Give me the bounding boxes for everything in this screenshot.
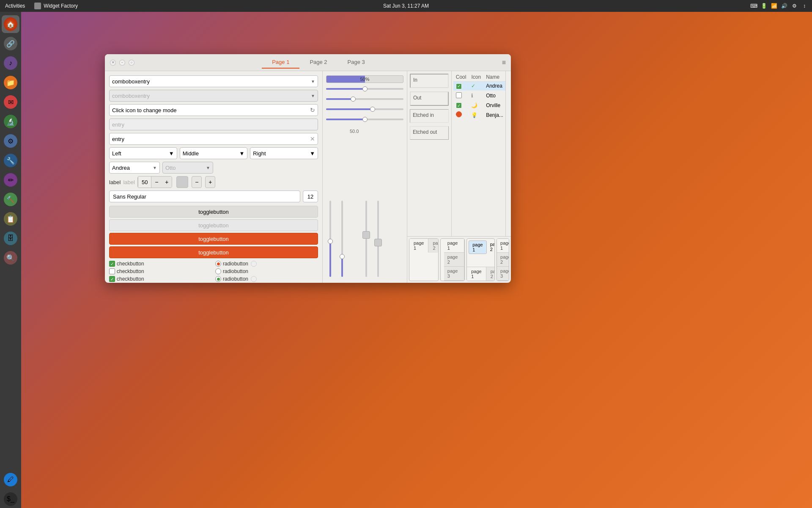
nb4-tab1[interactable]: page 1 [497,239,509,253]
sidebar-item-mail[interactable]: ✉ [2,93,19,111]
sidebar-item-search2[interactable]: 🔍 [2,249,19,267]
nb4-tab2[interactable]: page 2 [497,253,509,267]
nb1-tab2[interactable]: page 2 [428,239,438,253]
sidebar-item-vscode[interactable]: 🖊 [2,471,19,489]
sidebar-item-terminal[interactable]: $_ [2,490,19,508]
color-picker[interactable] [176,176,188,188]
combo-andrea[interactable]: Andrea ▼ [109,162,160,174]
music-icon: ♪ [4,56,17,70]
vslider1-thumb[interactable] [328,239,333,244]
entry-val: entry [112,136,124,142]
spin-btn-pos[interactable]: + [205,176,215,188]
clear-icon[interactable]: ✕ [310,135,315,142]
sidebar-item-git[interactable]: 🔧 [2,152,19,169]
entry-disabled: entry [109,119,318,130]
togglebtn3[interactable]: togglebutton [109,233,318,245]
checkbox3-item: ✓ checkbutton [109,276,212,282]
combo-andrea-arrow-icon: ▼ [153,166,157,170]
table-row[interactable]: 💡 Benja... Company [453,110,506,120]
nb2-tab2[interactable]: page 2 [444,253,464,267]
search-icon: 🔍 [4,251,17,265]
dropdown-left[interactable]: Left ▼ [109,147,177,159]
sidebar-item-pencil[interactable]: ✏ [2,171,19,189]
sidebar-item-wrench[interactable]: 🔨 [2,190,19,208]
vsliders-area: 50.0 [326,125,403,279]
togglebtn1[interactable]: togglebutton [109,206,318,218]
slider4-thumb[interactable] [362,117,368,122]
entry-with-icon[interactable]: Click icon to change mode ↻ [109,104,318,116]
tab-page1[interactable]: Page 1 [262,56,299,69]
checkbox3-label: checkbutton [117,276,144,282]
taskbar-right-icons: ⌨ 🔋 📶 🔊 ⚙ ↕ [750,3,808,9]
radio1[interactable] [215,261,221,267]
spin-btn-neg[interactable]: − [192,176,202,188]
dropdown-right[interactable]: Right ▼ [250,147,318,159]
slider1-row [326,85,403,93]
refresh-icon[interactable]: ↻ [310,107,315,113]
frame-out-label: Out [413,95,445,101]
radio2[interactable] [215,268,221,274]
font-selector[interactable]: Sans Regular [109,190,300,202]
close-button[interactable]: ✕ [110,60,116,66]
vslider2-track [341,201,343,277]
sidebar-item-dev[interactable]: 🔬 [2,113,19,130]
sidebar-item-music[interactable]: ♪ [2,54,19,72]
nb3-tab-active[interactable]: page 1 [469,240,486,254]
col-name: Name [483,73,506,82]
spin-decrease-button[interactable]: − [151,177,162,188]
combobox1[interactable]: comboboxentry ▼ [109,75,318,87]
spin-increase-button[interactable]: + [162,177,172,188]
checkbox1[interactable]: ✓ [109,261,115,267]
cell-cool3: ✓ [453,101,469,110]
table-row[interactable]: ℹ Otto chaotic [453,91,506,101]
vslider4-thumb[interactable] [374,239,382,246]
nb3-tab2[interactable]: page 2 [487,240,495,254]
tab-page3[interactable]: Page 3 [337,56,375,69]
vslider3-thumb[interactable] [362,231,370,239]
font-size-box[interactable]: 12 [303,190,318,202]
nb1-tab1[interactable]: page 1 [409,239,428,253]
sidebar-item-settings2[interactable]: ⚙ [2,132,19,150]
vslider4-wrap [374,201,382,277]
radio2-label: radiobutton [223,268,248,274]
sidebar-item-search[interactable]: 🔗 [2,35,19,52]
menu-icon[interactable]: ≡ [496,59,506,66]
cell-name1: Andrea [483,82,506,91]
slider1-thumb[interactable] [362,86,368,91]
checkbox3[interactable]: ✓ [109,276,115,282]
middle-panel: 50% [323,71,407,283]
table-row[interactable]: ✓ ✓ Andrea Cimi [453,82,506,91]
entry-with-clear[interactable]: entry ✕ [109,133,318,145]
radio3[interactable] [215,276,221,282]
nb3-bottom-tab2[interactable]: page 2 [486,267,495,281]
frame-etched-out: Etched out [410,126,449,140]
network-icon: 📶 [771,3,777,9]
slider3-thumb[interactable] [370,107,375,112]
checkbox1-item: ✓ checkbutton [109,261,212,267]
sidebar-item-db[interactable]: 🗄 [2,229,19,247]
sidebar-item-home[interactable]: 🏠 [2,15,19,33]
cell-cool1: ✓ [453,82,469,91]
progress-text1: 50% [360,77,369,82]
lorem-text: Lorem ipsum dolor sit amet, consectetur … [508,74,511,236]
notebook2: page 1 page 2 page 3 [440,238,465,281]
home-icon: 🏠 [4,17,17,31]
nb3-bottom-tab1[interactable]: page 1 [467,267,486,281]
combo-otto-val: Otto [165,165,176,171]
dropdown-middle[interactable]: Middle ▼ [180,147,248,159]
minimize-button[interactable]: − [119,60,125,66]
combobox2-arrow-icon: ▼ [311,94,315,98]
togglebtn4[interactable]: togglebutton [109,246,318,258]
sidebar-item-files[interactable]: 📁 [2,74,19,91]
nb2-tab1[interactable]: page 1 [444,239,464,253]
activities-label[interactable]: Activities [0,3,30,9]
sidebar-item-list[interactable]: 📋 [2,210,19,228]
maximize-button[interactable]: ○ [129,60,134,66]
nb2-tab3[interactable]: page 3 [444,267,464,281]
checkbox2[interactable] [109,268,115,274]
slider2-thumb[interactable] [351,97,356,102]
tab-page2[interactable]: Page 2 [299,56,337,69]
nb4-tab3[interactable]: page 3 [497,267,509,281]
vslider2-thumb[interactable] [340,254,345,259]
table-row[interactable]: ✓ 🌙 Orville Redenbac... [453,101,506,110]
